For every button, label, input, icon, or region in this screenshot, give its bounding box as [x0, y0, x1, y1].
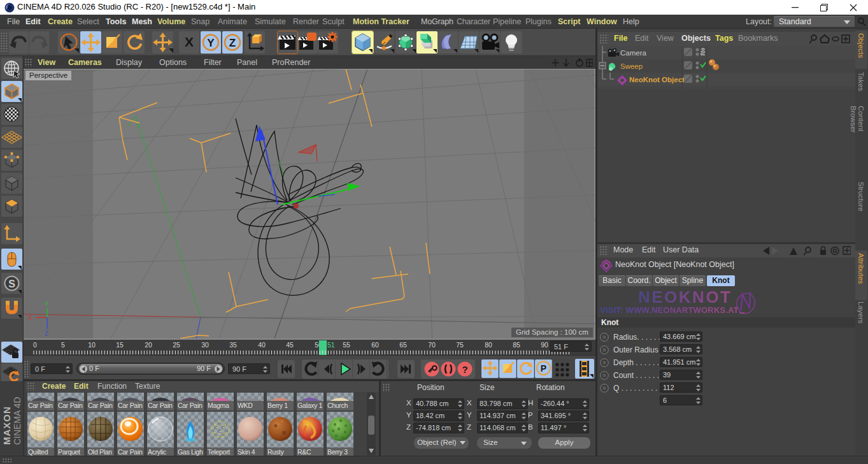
svg-text:Y: Y — [207, 37, 215, 49]
svg-text:Camera: Camera — [620, 49, 647, 57]
svg-text:?: ? — [462, 364, 467, 375]
svg-text:Z: Z — [45, 330, 48, 337]
svg-text:Z: Z — [229, 37, 236, 49]
svg-text:X: X — [28, 314, 32, 321]
svg-text:Sweep: Sweep — [620, 62, 643, 70]
svg-text:S: S — [8, 279, 15, 289]
svg-text:NeoKnot Object: NeoKnot Object — [629, 76, 685, 83]
svg-text:P: P — [541, 363, 546, 373]
svg-text:Y: Y — [45, 301, 49, 308]
